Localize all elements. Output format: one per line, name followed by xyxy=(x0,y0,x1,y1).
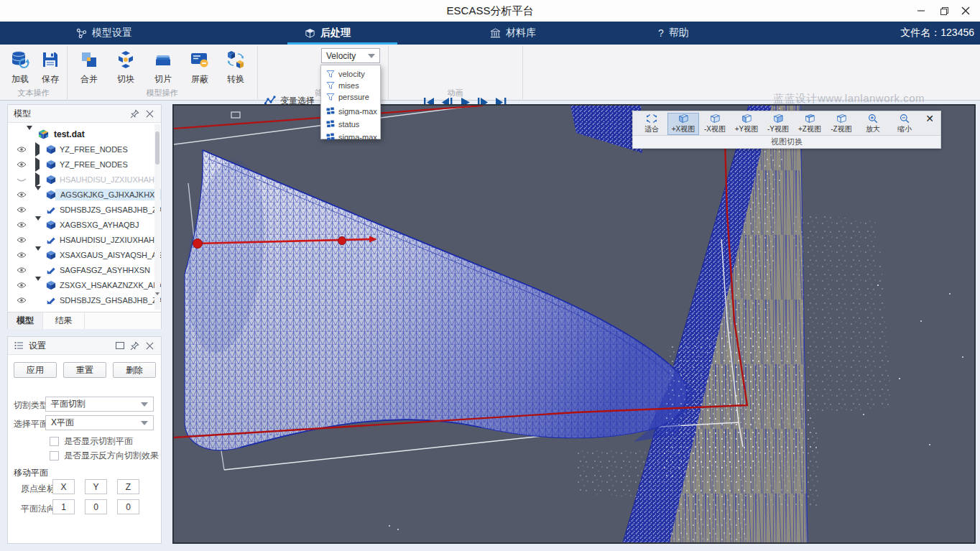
visibility-eye-icon[interactable] xyxy=(17,297,27,304)
viewport-3d-scene[interactable] xyxy=(174,106,974,542)
view-button-label: 放大 xyxy=(866,124,880,134)
variable-option[interactable]: perssure xyxy=(321,91,380,103)
probe-point-start[interactable] xyxy=(193,239,203,249)
expander-icon[interactable] xyxy=(35,190,41,199)
variable-option-label: sigma-max xyxy=(338,133,377,142)
show-cut-plane-label: 是否显示切割平面 xyxy=(64,435,133,448)
tree-scrollbar[interactable] xyxy=(154,124,160,310)
zoom-in-button[interactable]: 放大 xyxy=(857,113,889,135)
variable-option[interactable]: velocity xyxy=(321,68,380,80)
normal-y-input[interactable] xyxy=(85,499,107,514)
visibility-eye-closed-icon[interactable] xyxy=(17,176,27,183)
variable-option[interactable]: sigma-max xyxy=(321,131,380,143)
tree-item-selected[interactable]: AGSGKJKG_GJHXAJKHXA xyxy=(8,187,161,202)
visibility-eye-icon[interactable] xyxy=(17,267,27,274)
visibility-eye-icon[interactable] xyxy=(17,251,27,259)
tree-item[interactable]: SDHSBJZS_GHSABJHB_ZAHU xyxy=(8,292,161,307)
cut-block-button[interactable]: 切块 xyxy=(110,49,142,91)
restore-button[interactable] xyxy=(934,2,954,19)
view-minus-z-button[interactable]: -Z视图 xyxy=(826,113,857,135)
load-button[interactable]: 加载 xyxy=(4,49,36,91)
view-plus-x-button[interactable]: +X视图 xyxy=(667,113,699,135)
pin-icon[interactable] xyxy=(129,341,140,351)
plane-select[interactable]: X平面 xyxy=(45,415,154,430)
variable-option[interactable]: mises xyxy=(321,80,380,91)
expander-icon[interactable] xyxy=(35,175,40,184)
expander-icon[interactable] xyxy=(35,145,40,154)
tree-item-root[interactable]: test.dat xyxy=(8,126,161,142)
close-button[interactable] xyxy=(956,2,976,19)
expander-icon[interactable] xyxy=(35,221,41,229)
variable-option[interactable]: sigma-max xyxy=(321,106,380,117)
menu-item-help[interactable]: ? 帮助 xyxy=(658,22,689,45)
view-minus-x-button[interactable]: -X视图 xyxy=(699,113,731,135)
view-toolbar-close-icon[interactable]: ✕ xyxy=(925,113,934,124)
tree-item[interactable]: ZSXGX_HSAKAZNZXK_AHASX xyxy=(8,277,161,292)
view-button-label: -Z视图 xyxy=(831,124,851,134)
apply-button[interactable]: 应用 xyxy=(14,362,57,378)
visibility-eye-icon[interactable] xyxy=(17,146,27,153)
variable-option[interactable]: status xyxy=(321,119,380,130)
menu-item-postprocess[interactable]: 后处理 xyxy=(305,22,351,45)
visibility-eye-icon[interactable] xyxy=(17,221,27,228)
tree-item[interactable]: XSAXGAUS_AISYAQSH_ASHX xyxy=(8,247,161,262)
move-plane-label: 移动平面 xyxy=(14,467,48,479)
variable-dropdown-select[interactable]: Velocity xyxy=(321,48,380,63)
mask-button[interactable]: 屏蔽 xyxy=(184,49,216,91)
grid-icon xyxy=(326,107,335,116)
expander-icon[interactable] xyxy=(35,251,41,259)
tab-model[interactable]: 模型 xyxy=(8,312,43,329)
view-button-label: +Y视图 xyxy=(735,124,759,134)
tree-item[interactable]: YZ_FREE_NODES xyxy=(8,157,161,172)
scrollbar-thumb[interactable] xyxy=(155,131,160,165)
view-button-label: 适合 xyxy=(644,124,659,134)
menu-item-material-library[interactable]: 材料库 xyxy=(490,22,536,45)
tree-item-hidden[interactable]: HSAUHDISU_JZXIUXHAHX xyxy=(8,172,161,187)
fit-view-button[interactable]: 适合 xyxy=(636,113,667,135)
origin-z-input[interactable] xyxy=(117,479,139,494)
cut-type-label: 切割类型 xyxy=(14,399,48,412)
normal-z-input[interactable] xyxy=(117,499,139,514)
cut-type-select[interactable]: 平面切割 xyxy=(45,397,154,412)
zoom-out-button[interactable]: 缩小 xyxy=(889,113,920,135)
tab-result[interactable]: 结果 xyxy=(43,312,85,329)
visibility-eye-icon[interactable] xyxy=(17,236,27,244)
visibility-eye-icon[interactable] xyxy=(17,161,27,168)
tree-item[interactable]: XAGBSXG_AYHAQBJ xyxy=(8,217,161,232)
model-panel-tabs: 模型 结果 xyxy=(8,312,161,329)
probe-point-mid[interactable] xyxy=(338,237,346,245)
visibility-eye-icon[interactable] xyxy=(17,191,27,198)
reset-button[interactable]: 重置 xyxy=(63,362,106,378)
close-panel-icon[interactable] xyxy=(144,108,155,119)
close-panel-icon[interactable] xyxy=(144,341,155,351)
expander-icon[interactable] xyxy=(35,281,41,290)
tree-item[interactable]: YZ_FREE_NODES xyxy=(8,142,161,157)
scroll-down-icon[interactable] xyxy=(155,295,160,308)
merge-button[interactable]: 合并 xyxy=(73,49,105,91)
pin-icon[interactable] xyxy=(129,108,140,119)
tree-item[interactable]: SDHSBJZS_GHSABJHB_ZAHU xyxy=(8,202,161,217)
origin-x-input[interactable] xyxy=(52,479,75,494)
delete-button[interactable]: 删除 xyxy=(113,362,156,378)
minimize-button[interactable] xyxy=(911,2,931,19)
normal-x-input[interactable] xyxy=(52,499,75,514)
origin-y-input[interactable] xyxy=(85,479,107,494)
visibility-eye-icon[interactable] xyxy=(17,282,27,289)
save-button[interactable]: 保存 xyxy=(34,49,66,91)
expander-icon[interactable] xyxy=(27,130,32,139)
tree-item[interactable]: HSAUHDISU_JZXIUXHAHX xyxy=(8,232,161,247)
view-minus-y-button[interactable]: -Y视图 xyxy=(762,113,794,135)
show-cut-plane-checkbox[interactable] xyxy=(50,437,59,446)
expander-icon[interactable] xyxy=(35,160,40,169)
view-plus-y-button[interactable]: +Y视图 xyxy=(731,113,762,135)
slice-button[interactable]: 切片 xyxy=(147,49,179,91)
reverse-cut-label: 是否显示反方向切割效果 xyxy=(64,450,159,462)
viewport-3d[interactable]: 适合 +X视图 -X视图 +Y视图 -Y视图 xyxy=(172,104,976,544)
menu-item-model-settings[interactable]: 模型设置 xyxy=(76,22,132,45)
visibility-eye-icon[interactable] xyxy=(17,206,27,213)
tree-item[interactable]: SAGFASGZ_ASYHHXSN xyxy=(8,262,161,277)
convert-button[interactable]: 转换 xyxy=(220,49,251,91)
float-window-icon[interactable] xyxy=(114,341,125,351)
view-plus-z-button[interactable]: +Z视图 xyxy=(794,113,826,135)
reverse-cut-checkbox[interactable] xyxy=(50,451,59,460)
